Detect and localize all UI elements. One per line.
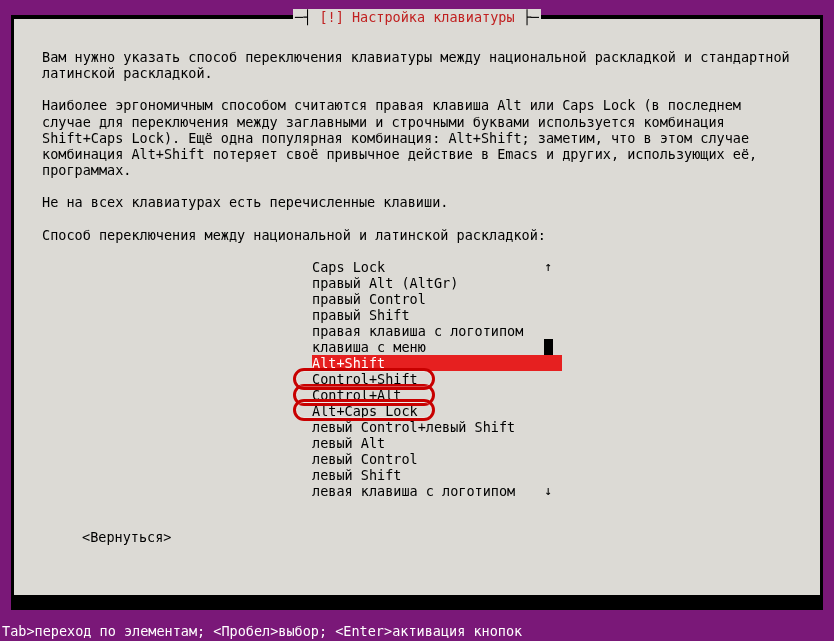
instruction-paragraph-3: Не на всех клавиатурах есть перечисленны… xyxy=(42,194,792,210)
list-item[interactable]: клавиша с меню xyxy=(312,339,562,355)
instruction-paragraph-2: Наиболее эргономичным способом считаются… xyxy=(42,97,792,178)
list-item[interactable]: левый Control+левый Shift xyxy=(312,419,562,435)
keyboard-config-dialog: ─┤ [!] Настройка клавиатуры ├─ Вам нужно… xyxy=(13,18,821,596)
instruction-paragraph-1: Вам нужно указать способ переключения кл… xyxy=(42,49,792,81)
scroll-down-arrow-icon[interactable]: ↓ xyxy=(544,483,553,499)
list-item-selected[interactable]: Alt+Shift xyxy=(312,355,562,371)
dialog-content: Вам нужно указать способ переключения кл… xyxy=(14,19,820,549)
border-segment-left: ─┤ xyxy=(295,9,319,25)
list-item[interactable]: Control+Shift xyxy=(312,371,562,387)
prompt-label: Способ переключения между национальной и… xyxy=(42,227,792,243)
list-item[interactable]: Alt+Caps Lock xyxy=(312,403,562,419)
dialog-title: [!] Настройка клавиатуры xyxy=(319,9,514,25)
list-item[interactable]: левый Shift xyxy=(312,467,562,483)
list-item[interactable]: правый Control xyxy=(312,291,562,307)
list-item[interactable]: правый Shift xyxy=(312,307,562,323)
list-item[interactable]: правая клавиша с логотипом xyxy=(312,323,562,339)
scrollbar[interactable]: ↑ ↓ xyxy=(544,259,553,499)
list-item[interactable]: правый Alt (AltGr) xyxy=(312,275,562,291)
list-item[interactable]: левая клавиша с логотипом xyxy=(312,483,562,499)
list-item[interactable]: левый Alt xyxy=(312,435,562,451)
scroll-up-arrow-icon[interactable]: ↑ xyxy=(544,259,553,275)
list-item[interactable]: Control+Alt xyxy=(312,387,562,403)
dialog-title-bar: ─┤ [!] Настройка клавиатуры ├─ xyxy=(14,9,820,25)
list-item[interactable]: Caps Lock xyxy=(312,259,562,275)
border-segment-right: ├─ xyxy=(515,9,539,25)
scroll-thumb[interactable] xyxy=(544,339,553,355)
status-bar-hints: Tab>переход по элементам; <Пробел>выбор;… xyxy=(0,623,522,639)
layout-switch-options-list[interactable]: Caps Lock правый Alt (AltGr) правый Cont… xyxy=(312,259,562,499)
list-item[interactable]: левый Control xyxy=(312,451,562,467)
back-button[interactable]: <Вернуться> xyxy=(82,529,171,545)
